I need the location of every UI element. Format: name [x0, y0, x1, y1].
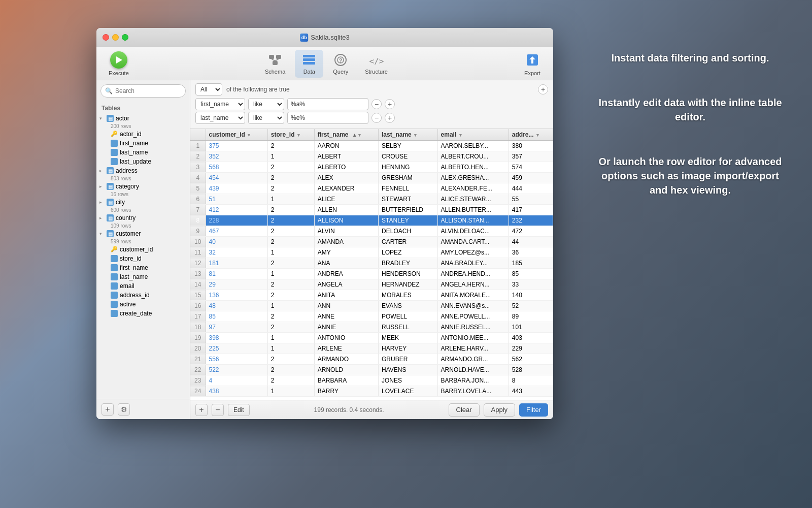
data-cell[interactable]: 417 — [509, 205, 553, 215]
data-cell[interactable]: ALBERT — [314, 151, 378, 162]
table-row[interactable]: 23521ALBERTCROUSEALBERT.CROU...357 — [190, 151, 553, 162]
data-cell[interactable]: 32 — [206, 247, 267, 258]
data-cell[interactable]: 568 — [206, 162, 267, 173]
col-customer-first-name[interactable]: first_name — [107, 263, 190, 272]
data-cell[interactable]: 55 — [509, 194, 553, 205]
data-cell[interactable]: ANN.EVANS@s... — [437, 301, 509, 311]
data-cell[interactable]: 2 — [267, 258, 314, 269]
data-cell[interactable]: ARNOLD — [314, 365, 378, 375]
data-cell[interactable]: HARVEY — [379, 343, 438, 354]
data-cell[interactable]: 1 — [267, 386, 314, 397]
data-cell[interactable]: 1 — [267, 269, 314, 279]
data-cell[interactable]: AMANDA.CART... — [437, 237, 509, 247]
data-cell[interactable]: 4 — [206, 375, 267, 386]
data-cell[interactable]: 454 — [206, 173, 267, 183]
data-cell[interactable]: 48 — [206, 301, 267, 311]
col-actor-id[interactable]: 🔑 actor_id — [107, 130, 190, 139]
filter-value-2[interactable] — [287, 112, 368, 124]
data-cell[interactable]: ALBERTO — [314, 162, 378, 173]
data-cell[interactable]: 101 — [509, 322, 553, 333]
filter-add-2[interactable]: + — [385, 113, 395, 123]
data-cell[interactable]: 562 — [509, 354, 553, 365]
data-cell[interactable]: ANGELA — [314, 279, 378, 290]
filter-value-1[interactable] — [287, 98, 368, 110]
data-cell[interactable]: SELBY — [379, 141, 438, 151]
col-address-id[interactable]: address_id — [107, 291, 190, 300]
data-cell[interactable]: 181 — [206, 258, 267, 269]
data-cell[interactable]: ANTONIO — [314, 333, 378, 343]
col-last-update[interactable]: last_update — [107, 157, 190, 166]
col-active[interactable]: active — [107, 300, 190, 309]
data-cell[interactable]: 2 — [267, 237, 314, 247]
data-cell[interactable]: BARBARA.JON... — [437, 375, 509, 386]
data-cell[interactable]: HERNANDEZ — [379, 279, 438, 290]
data-cell[interactable]: 528 — [509, 365, 553, 375]
data-cell[interactable]: ALLEN — [314, 205, 378, 215]
data-cell[interactable]: 403 — [509, 333, 553, 343]
filter-add-1[interactable]: + — [385, 99, 395, 109]
data-cell[interactable]: ARNOLD.HAVE... — [437, 365, 509, 375]
data-cell[interactable]: 412 — [206, 205, 267, 215]
data-cell[interactable]: 380 — [509, 141, 553, 151]
data-cell[interactable]: AARON — [314, 141, 378, 151]
filter-add-button[interactable]: + — [538, 84, 548, 94]
col-first-name[interactable]: first_name — [107, 139, 190, 148]
data-cell[interactable]: 556 — [206, 354, 267, 365]
data-cell[interactable]: POWELL — [379, 311, 438, 322]
data-cell[interactable]: ALEXANDER.FE... — [437, 183, 509, 194]
col-last-name[interactable]: last_name — [107, 148, 190, 157]
clear-button[interactable]: Clear — [449, 403, 480, 417]
data-cell[interactable]: 8 — [509, 375, 553, 386]
data-cell[interactable]: 33 — [509, 279, 553, 290]
data-cell[interactable]: 44 — [509, 237, 553, 247]
col-email[interactable]: email — [107, 281, 190, 291]
apply-button[interactable]: Apply — [484, 403, 516, 417]
data-cell[interactable]: AMY.LOPEZ@s... — [437, 247, 509, 258]
data-cell[interactable]: ANA.BRADLEY... — [437, 258, 509, 269]
data-cell[interactable]: EVANS — [379, 301, 438, 311]
structure-button[interactable]: </> Structure — [358, 50, 395, 78]
data-cell[interactable]: ALLEN.BUTTER... — [437, 205, 509, 215]
data-cell[interactable]: 2 — [267, 365, 314, 375]
data-cell[interactable]: 228 — [206, 215, 267, 226]
data-cell[interactable]: ALBERTO.HEN... — [437, 162, 509, 173]
data-cell[interactable]: HAVENS — [379, 365, 438, 375]
table-row[interactable]: 14292ANGELAHERNANDEZANGELA.HERN...33 — [190, 279, 553, 290]
data-cell[interactable]: ANN — [314, 301, 378, 311]
search-bar[interactable]: 🔍 — [100, 84, 186, 98]
data-cell[interactable]: 51 — [206, 194, 267, 205]
data-cell[interactable]: 1 — [267, 333, 314, 343]
table-item-actor[interactable]: ▾ actor — [96, 114, 190, 123]
table-row[interactable]: 215562ARMANDOGRUBERARMANDO.GR...562 — [190, 354, 553, 365]
data-cell[interactable]: ARLENE — [314, 343, 378, 354]
data-cell[interactable]: ANTONIO.MEE... — [437, 333, 509, 343]
data-cell[interactable]: 2 — [267, 279, 314, 290]
data-cell[interactable]: 443 — [509, 386, 553, 397]
data-cell[interactable]: 2 — [267, 205, 314, 215]
data-cell[interactable]: 522 — [206, 365, 267, 375]
data-cell[interactable]: 398 — [206, 333, 267, 343]
data-cell[interactable]: GRESHAM — [379, 173, 438, 183]
data-cell[interactable]: 472 — [509, 226, 553, 237]
table-row[interactable]: 18972ANNIERUSSELLANNIE.RUSSEL...101 — [190, 322, 553, 333]
data-cell[interactable]: 574 — [509, 162, 553, 173]
close-button[interactable] — [103, 34, 109, 41]
data-cell[interactable]: LOPEZ — [379, 247, 438, 258]
table-item-address[interactable]: ▸ address — [96, 166, 190, 175]
data-cell[interactable]: 2 — [267, 162, 314, 173]
data-cell[interactable]: AMY — [314, 247, 378, 258]
data-cell[interactable]: AMANDA — [314, 237, 378, 247]
table-row[interactable]: 17852ANNEPOWELLANNE.POWELL...89 — [190, 311, 553, 322]
data-cell[interactable]: LOVELACE — [379, 386, 438, 397]
data-cell[interactable]: 2 — [267, 322, 314, 333]
th-email[interactable]: email ▾ — [437, 129, 509, 141]
data-cell[interactable]: MEEK — [379, 333, 438, 343]
data-cell[interactable]: ALVIN.DELOAC... — [437, 226, 509, 237]
data-cell[interactable]: BRADLEY — [379, 258, 438, 269]
table-row[interactable]: 54392ALEXANDERFENNELLALEXANDER.FE...444 — [190, 183, 553, 194]
add-table-button[interactable]: + — [101, 403, 114, 416]
data-cell[interactable]: 1 — [267, 247, 314, 258]
data-cell[interactable]: 459 — [509, 173, 553, 183]
search-input[interactable] — [115, 87, 191, 94]
data-cell[interactable]: 29 — [206, 279, 267, 290]
